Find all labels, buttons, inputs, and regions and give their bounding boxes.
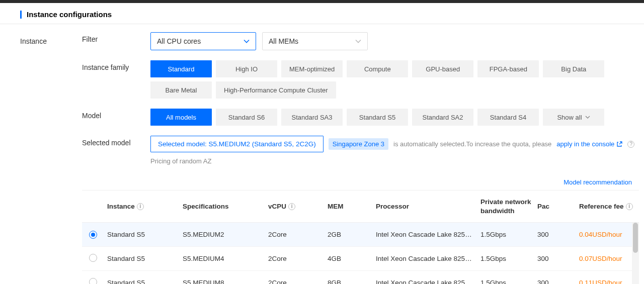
- instance-family-chip[interactable]: High IO: [216, 60, 277, 77]
- th-processor: Processor: [376, 203, 480, 210]
- cell-mem: 4GB: [328, 255, 376, 262]
- model-chip[interactable]: Standard S4: [477, 109, 539, 126]
- cell-instance: Standard S5: [107, 279, 183, 284]
- instance-family-chip[interactable]: High-Performance Compute Cluster: [216, 81, 336, 99]
- filter-label: Filter: [82, 32, 150, 43]
- show-all-button[interactable]: Show all: [543, 109, 604, 126]
- model-chip[interactable]: All models: [150, 109, 212, 126]
- info-icon[interactable]: i: [626, 203, 633, 210]
- cell-packet: 300: [537, 279, 579, 284]
- th-spec: Specifications: [183, 203, 268, 210]
- row-radio[interactable]: [89, 278, 97, 284]
- instance-family-chip[interactable]: FPGA-based: [477, 60, 539, 77]
- table-row[interactable]: Standard S5S5.MEDIUM82Core8GBIntel Xeon …: [82, 271, 639, 284]
- th-packet: Pac: [537, 203, 579, 210]
- cell-mem: 2GB: [328, 231, 376, 238]
- cell-fee: 0.11USD/hour: [579, 279, 639, 284]
- cell-packet: 300: [537, 231, 579, 238]
- selected-model-label: Selected model: [82, 136, 150, 147]
- help-icon[interactable]: ?: [627, 141, 634, 148]
- cell-fee: 0.04USD/hour: [579, 231, 639, 238]
- pricing-random-az-text: Pricing of random AZ: [150, 157, 211, 165]
- info-icon[interactable]: i: [137, 203, 144, 210]
- model-chip[interactable]: Standard SA2: [412, 109, 473, 126]
- cell-vcpu: 2Core: [268, 279, 328, 284]
- instance-family-chip[interactable]: Bare Metal: [150, 81, 212, 99]
- info-icon[interactable]: i: [288, 203, 295, 210]
- section-accent-bar: [20, 11, 22, 19]
- table-row[interactable]: Standard S5S5.MEDIUM42Core4GBIntel Xeon …: [82, 247, 639, 271]
- apply-console-link-text: apply in the console: [556, 140, 614, 148]
- cell-mem: 8GB: [328, 279, 376, 284]
- cell-bandwidth: 1.5Gbps: [480, 279, 537, 284]
- cell-vcpu: 2Core: [268, 231, 328, 238]
- cell-instance: Standard S5: [107, 255, 183, 262]
- section-title: Instance configurations: [27, 10, 112, 19]
- cpu-cores-select[interactable]: All CPU cores: [150, 32, 256, 50]
- table-row[interactable]: Standard S5S5.MEDIUM22Core2GBIntel Xeon …: [82, 223, 639, 247]
- cell-processor: Intel Xeon Cascade Lake 8255C/I...: [376, 231, 480, 238]
- model-chip[interactable]: Standard SA3: [281, 109, 343, 126]
- cell-fee: 0.07USD/hour: [579, 255, 639, 262]
- external-link-icon: [616, 141, 622, 147]
- row-radio[interactable]: [89, 254, 97, 262]
- table-header: Instance i Specifications vCPU i MEM Pro…: [82, 191, 639, 223]
- row-radio[interactable]: [89, 231, 97, 239]
- cell-instance: Standard S5: [107, 231, 183, 238]
- instance-family-chip[interactable]: Standard: [150, 60, 212, 77]
- chevron-down-icon: [244, 39, 250, 43]
- th-mem: MEM: [328, 203, 376, 210]
- instance-family-chip[interactable]: GPU-based: [412, 60, 473, 77]
- cell-packet: 300: [537, 255, 579, 262]
- side-label-instance: Instance: [20, 32, 82, 284]
- th-instance: Instance i: [107, 203, 183, 210]
- instance-family-chip[interactable]: Compute: [347, 60, 408, 77]
- instance-table: Instance i Specifications vCPU i MEM Pro…: [82, 190, 639, 284]
- model-chip[interactable]: Standard S5: [347, 109, 408, 126]
- scrollbar-thumb[interactable]: [633, 223, 638, 253]
- table-scrollbar[interactable]: [632, 223, 639, 284]
- cell-vcpu: 2Core: [268, 255, 328, 262]
- model-chip[interactable]: Standard S6: [216, 109, 277, 126]
- th-vcpu: vCPU i: [268, 203, 328, 210]
- model-recommendation-link[interactable]: Model recommendation: [564, 178, 632, 186]
- mem-select-value: All MEMs: [269, 37, 298, 45]
- cell-spec: S5.MEDIUM2: [183, 231, 268, 238]
- auto-selected-text: is automatically selected.To increase th…: [393, 140, 551, 148]
- cell-spec: S5.MEDIUM8: [183, 279, 268, 284]
- cell-bandwidth: 1.5Gbps: [480, 255, 537, 262]
- instance-family-chip[interactable]: Big Data: [543, 60, 604, 77]
- apply-console-link[interactable]: apply in the console: [556, 140, 622, 148]
- selected-model-chip[interactable]: Selected model: S5.MEDIUM2 (Standard S5,…: [150, 136, 324, 152]
- cell-processor: Intel Xeon Cascade Lake 8255C/I...: [376, 255, 480, 262]
- instance-family-label: Instance family: [82, 60, 150, 71]
- cell-spec: S5.MEDIUM4: [183, 255, 268, 262]
- instance-family-chip[interactable]: MEM-optimized: [281, 60, 343, 77]
- cell-bandwidth: 1.5Gbps: [480, 231, 537, 238]
- mem-select[interactable]: All MEMs: [262, 32, 368, 50]
- th-bandwidth: Private network bandwidth: [480, 198, 537, 215]
- model-label: Model: [82, 109, 150, 120]
- cell-processor: Intel Xeon Cascade Lake 8255C/I...: [376, 279, 480, 284]
- chevron-down-icon: [355, 39, 361, 43]
- cpu-cores-select-value: All CPU cores: [157, 37, 201, 45]
- th-ref-fee: Reference fee i: [579, 203, 639, 210]
- zone-badge: Singapore Zone 3: [329, 138, 388, 150]
- section-header: Instance configurations: [0, 3, 644, 24]
